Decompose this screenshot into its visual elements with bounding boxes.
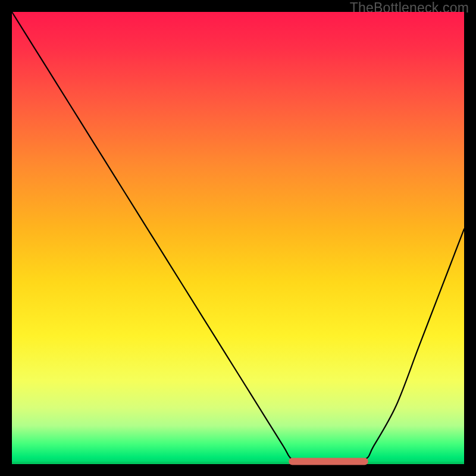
curve-svg xyxy=(12,12,464,464)
chart-frame: TheBottleneck.com xyxy=(0,0,476,476)
plot-area xyxy=(12,12,464,464)
bottleneck-curve-path xyxy=(12,12,464,465)
